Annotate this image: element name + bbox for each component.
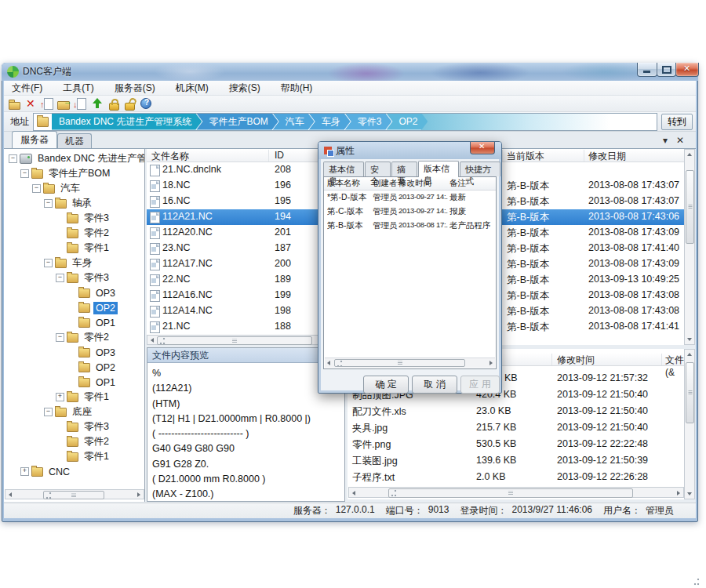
new-folder-icon[interactable] — [7, 96, 22, 111]
version-row[interactable]: 第-C-版本管理员2013-09-27 14:...报废 — [324, 205, 496, 219]
tree-hscrollbar[interactable] — [5, 489, 144, 499]
scroll-up-icon[interactable] — [687, 153, 692, 156]
column-version[interactable]: 当前版本 — [507, 150, 544, 163]
expand-toggle[interactable]: + — [56, 393, 64, 401]
tab-server[interactable]: 服务器 — [12, 131, 57, 148]
tree-item-label[interactable]: OP1 — [93, 376, 118, 389]
dialog-tab[interactable]: 快捷方式 — [460, 162, 500, 176]
breadcrumb-segment[interactable]: 汽车 — [273, 114, 315, 130]
attachment-hscrollbar[interactable] — [348, 487, 684, 498]
column-id[interactable]: ID — [275, 150, 284, 161]
tree-item[interactable]: OP2 — [4, 300, 144, 315]
tree-item-label[interactable]: 零件2 — [82, 330, 111, 345]
column-file-name[interactable]: 文件名称 — [151, 150, 189, 163]
table-row[interactable]: 子程序.txt2.0 KB2013-09-12 22:26:28 — [348, 469, 684, 485]
scroll-left-icon[interactable] — [352, 491, 355, 495]
scroll-thumb[interactable] — [686, 362, 694, 423]
menu-item[interactable]: 工具(T) — [63, 82, 93, 95]
breadcrumb-segment[interactable]: 零件生产BOM — [196, 114, 278, 130]
scroll-right-icon[interactable] — [677, 491, 680, 495]
dialog-tab[interactable]: 基本信息 — [323, 162, 364, 176]
version-row[interactable]: 第-B-版本管理员2013-08-08 17:...老产品程序 — [324, 219, 496, 233]
upload-icon[interactable] — [89, 96, 104, 111]
breadcrumb-segment[interactable]: 车身 — [309, 114, 351, 130]
menu-item[interactable]: 文件(F) — [12, 82, 42, 95]
expand-toggle[interactable]: − — [44, 408, 53, 416]
tree-item-label[interactable]: Bandex DNC 先进生产管理系 — [35, 151, 145, 166]
scroll-down-icon[interactable] — [687, 492, 692, 495]
dialog-tab[interactable]: 摘要 — [391, 162, 417, 176]
title-bar[interactable]: DNC客户端 — [2, 63, 698, 81]
tree-item-label[interactable]: 汽车 — [58, 181, 82, 196]
tree-item-label[interactable]: OP2 — [93, 361, 118, 374]
column-date[interactable]: 修改日期 — [588, 150, 626, 163]
tree-item[interactable]: −零件3 — [4, 270, 144, 285]
tree-item-label[interactable]: 零件2 — [82, 434, 111, 449]
scroll-right-icon[interactable] — [137, 492, 140, 497]
check-in-icon[interactable] — [40, 96, 55, 111]
expand-toggle[interactable]: − — [44, 199, 53, 208]
scroll-thumb[interactable] — [43, 491, 104, 499]
tree-item[interactable]: +零件1 — [4, 390, 144, 405]
scroll-right-icon[interactable] — [489, 361, 493, 365]
tree-item[interactable]: −轴承 — [4, 196, 144, 211]
dialog-tab[interactable]: 安全 — [365, 162, 391, 176]
tree-item-label[interactable]: CNC — [46, 466, 72, 478]
breadcrumb-segment[interactable]: 零件3 — [345, 114, 392, 130]
tree-item[interactable]: −汽车 — [4, 181, 144, 196]
column-mtime[interactable]: 修改时间 — [557, 354, 595, 367]
scroll-thumb[interactable] — [388, 488, 633, 498]
tree-item[interactable]: OP1 — [4, 315, 144, 330]
column-remark[interactable]: 备注 — [449, 178, 466, 189]
file-list-hscrollbar[interactable] — [147, 335, 319, 345]
tree-item-label[interactable]: 零件1 — [82, 449, 111, 464]
tree-item-label[interactable]: 轴承 — [70, 196, 94, 211]
dialog-tab[interactable]: 版本信息 — [418, 161, 459, 177]
tree-item[interactable]: −Bandex DNC 先进生产管理系 — [4, 151, 144, 166]
tree-item[interactable]: 零件3 — [4, 211, 144, 226]
breadcrumb-segment[interactable]: Bandex DNC 先进生产管理系统 — [52, 114, 202, 130]
menu-item[interactable]: 机床(M) — [176, 82, 209, 95]
panel-close-icon[interactable]: ✕ — [676, 135, 684, 146]
tree-item[interactable]: OP3 — [4, 285, 144, 300]
expand-toggle[interactable]: − — [32, 184, 41, 193]
tree-item[interactable]: 零件1 — [4, 241, 144, 256]
tree-item[interactable]: 零件1 — [4, 449, 144, 464]
table-row[interactable]: 零件.png530.5 KB2013-09-12 22:22:48 — [348, 436, 684, 452]
tree-item[interactable]: OP2 — [4, 360, 144, 375]
tree-item-label[interactable]: OP3 — [93, 347, 118, 359]
expand-toggle[interactable]: − — [56, 333, 64, 342]
table-row[interactable]: 夹具.jpg215.7 KB2013-09-12 21:50:40 — [348, 419, 684, 435]
tree-item-label[interactable]: 车身 — [70, 256, 94, 270]
lock-icon[interactable] — [106, 96, 121, 111]
tree-item[interactable]: +CNC — [4, 464, 144, 479]
tree-item-label[interactable]: OP1 — [93, 317, 118, 329]
expand-toggle[interactable]: + — [20, 467, 29, 476]
tree-item-label[interactable]: 零件1 — [82, 241, 111, 256]
tree-item[interactable]: 零件2 — [4, 226, 144, 241]
menu-item[interactable]: 帮助(H) — [281, 82, 313, 95]
check-out-icon[interactable] — [73, 96, 88, 111]
tree-item[interactable]: −底座 — [4, 405, 144, 419]
tree-item[interactable]: −零件2 — [4, 330, 144, 345]
tree-item-label[interactable]: 零件1 — [82, 390, 111, 405]
delete-icon[interactable] — [24, 96, 38, 111]
breadcrumb-segment[interactable]: OP2 — [386, 114, 428, 130]
version-list-hscrollbar[interactable] — [325, 358, 495, 368]
breadcrumb[interactable]: Bandex DNC 先进生产管理系统零件生产BOM汽车车身零件3OP2 — [33, 113, 657, 131]
go-button[interactable]: 转到 — [661, 114, 693, 130]
file-list-vscrollbar[interactable] — [684, 149, 695, 345]
tree-item-label[interactable]: OP2 — [93, 302, 118, 314]
expand-toggle[interactable]: − — [9, 154, 17, 163]
expand-toggle[interactable]: − — [20, 169, 29, 178]
minimize-button[interactable] — [637, 63, 657, 77]
scroll-left-icon[interactable] — [327, 361, 330, 365]
tree-item[interactable]: 零件2 — [4, 434, 144, 449]
menu-item[interactable]: 搜索(S) — [229, 82, 260, 95]
tree-item[interactable]: −零件生产BOM — [4, 166, 144, 181]
tree-item-label[interactable]: 零件2 — [82, 226, 111, 241]
tree-item-label[interactable]: 零件3 — [82, 211, 111, 226]
scroll-thumb[interactable] — [157, 336, 312, 345]
version-row[interactable]: *第-D-版本管理员2013-09-27 14:...最新 — [324, 191, 496, 205]
scroll-left-icon[interactable] — [9, 492, 12, 497]
